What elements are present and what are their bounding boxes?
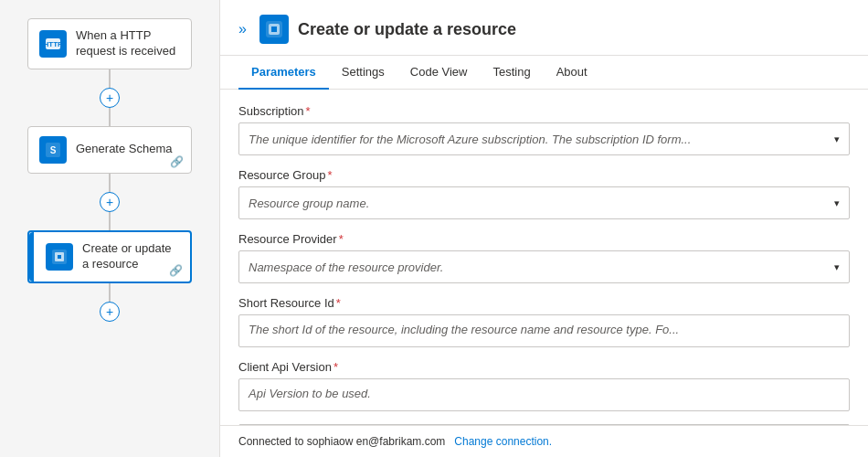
subscription-field-group: Subscription* The unique identifier for … xyxy=(238,104,850,155)
http-trigger-node[interactable]: HTTP When a HTTP request is received xyxy=(27,18,192,69)
create-resource-label: Create or update a resource xyxy=(82,241,179,272)
change-connection-link[interactable]: Change connection. xyxy=(454,435,552,448)
add-params-field-group: Add new parameters ▾ xyxy=(238,424,850,425)
generate-schema-node[interactable]: S Generate Schema 🔗 xyxy=(27,126,192,174)
connector-line-3 xyxy=(109,174,111,192)
resource-group-placeholder: Resource group name. xyxy=(249,197,369,210)
connector-3: + xyxy=(100,283,120,322)
expand-icon[interactable]: » xyxy=(238,21,247,37)
client-api-version-label: Client Api Version* xyxy=(238,360,850,374)
resource-provider-dropdown[interactable]: Namespace of the resource provider. ▾ xyxy=(238,250,850,283)
detail-panel: » Create or update a resource Parameters… xyxy=(219,0,868,457)
svg-text:HTTP: HTTP xyxy=(44,40,62,48)
add-below-button[interactable]: + xyxy=(100,302,120,322)
panel-footer: Connected to sophiaow en@fabrikam.com Ch… xyxy=(220,425,868,457)
add-between-1-button[interactable]: + xyxy=(100,88,120,108)
tab-parameters[interactable]: Parameters xyxy=(238,56,329,90)
connector-line-1 xyxy=(109,69,111,88)
resource-group-chevron-icon: ▾ xyxy=(834,197,840,209)
resource-provider-label: Resource Provider* xyxy=(238,232,850,246)
tab-codeview[interactable]: Code View xyxy=(397,56,481,90)
create-resource-node[interactable]: Create or update a resource 🔗 xyxy=(27,230,192,283)
resource-group-dropdown[interactable]: Resource group name. ▾ xyxy=(238,186,850,219)
short-resource-id-input[interactable]: The short Id of the resource, including … xyxy=(238,314,850,347)
connected-label: Connected to xyxy=(238,435,303,448)
subscription-placeholder: The unique identifier for the Microsoft … xyxy=(249,133,816,146)
user-email: sophiaow en@fabrikam.com xyxy=(307,435,446,448)
resource-provider-placeholder: Namespace of the resource provider. xyxy=(249,260,443,274)
client-api-version-input[interactable]: Api Version to be used. xyxy=(238,378,850,411)
header-resource-icon xyxy=(259,15,289,44)
active-indicator xyxy=(29,232,34,282)
connector-line-2 xyxy=(109,108,111,126)
connector-1: + xyxy=(100,69,120,126)
resource-group-label: Resource Group* xyxy=(238,168,850,182)
add-params-dropdown[interactable]: Add new parameters ▾ xyxy=(238,424,850,425)
panel-header: » Create or update a resource xyxy=(220,0,868,56)
resource-icon xyxy=(46,243,73,271)
tab-about[interactable]: About xyxy=(544,56,600,90)
add-between-2-button[interactable]: + xyxy=(100,192,120,212)
connector-line-5 xyxy=(109,283,111,302)
panel-title: Create or update a resource xyxy=(298,20,516,39)
svg-text:S: S xyxy=(50,145,57,155)
http-trigger-label: When a HTTP request is received xyxy=(76,28,180,59)
resource-group-field-group: Resource Group* Resource group name. ▾ xyxy=(238,168,850,219)
client-api-version-field-group: Client Api Version* Api Version to be us… xyxy=(238,360,850,411)
tab-testing[interactable]: Testing xyxy=(480,56,543,90)
tab-settings[interactable]: Settings xyxy=(329,56,397,90)
flow-canvas: HTTP When a HTTP request is received + S… xyxy=(0,0,219,457)
subscription-label: Subscription* xyxy=(238,104,850,118)
short-resource-id-label: Short Resource Id* xyxy=(238,296,850,310)
schema-icon: S xyxy=(39,136,67,164)
schema-link-icon: 🔗 xyxy=(170,155,184,168)
panel-body: Subscription* The unique identifier for … xyxy=(220,90,868,425)
tab-bar: Parameters Settings Code View Testing Ab… xyxy=(220,56,868,90)
connector-line-4 xyxy=(109,212,111,230)
generate-schema-label: Generate Schema xyxy=(76,142,173,157)
resource-link-icon: 🔗 xyxy=(169,264,183,277)
subscription-chevron-icon: ▾ xyxy=(834,133,840,145)
resource-provider-field-group: Resource Provider* Namespace of the reso… xyxy=(238,232,850,283)
svg-rect-6 xyxy=(58,255,61,259)
subscription-dropdown[interactable]: The unique identifier for the Microsoft … xyxy=(238,122,850,155)
connector-2: + xyxy=(100,174,120,230)
svg-rect-9 xyxy=(271,27,277,32)
short-resource-id-field-group: Short Resource Id* The short Id of the r… xyxy=(238,296,850,347)
http-icon: HTTP xyxy=(39,30,67,58)
resource-provider-chevron-icon: ▾ xyxy=(834,261,840,273)
